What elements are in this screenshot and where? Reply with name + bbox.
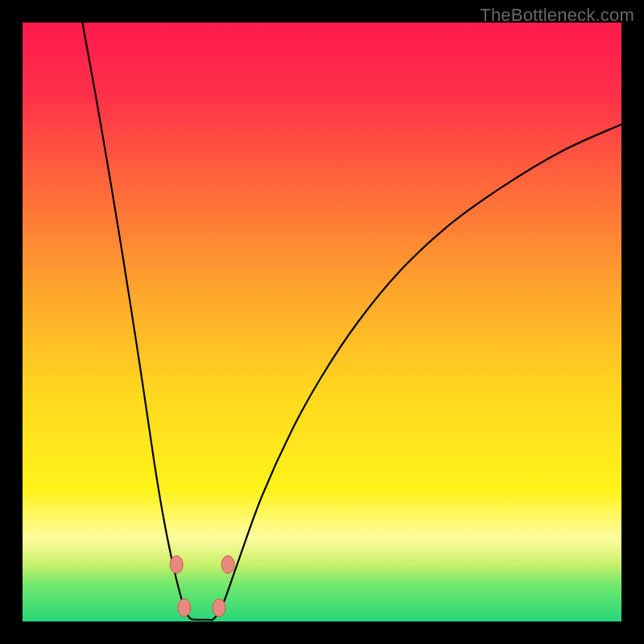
chart-frame [23,23,621,621]
chart-background [23,23,621,621]
watermark-text: TheBottleneck.com [480,5,634,26]
marker-point [213,599,225,617]
marker-point [221,555,234,573]
marker-point [170,555,183,573]
marker-point [178,599,191,617]
chart-svg [23,23,621,621]
